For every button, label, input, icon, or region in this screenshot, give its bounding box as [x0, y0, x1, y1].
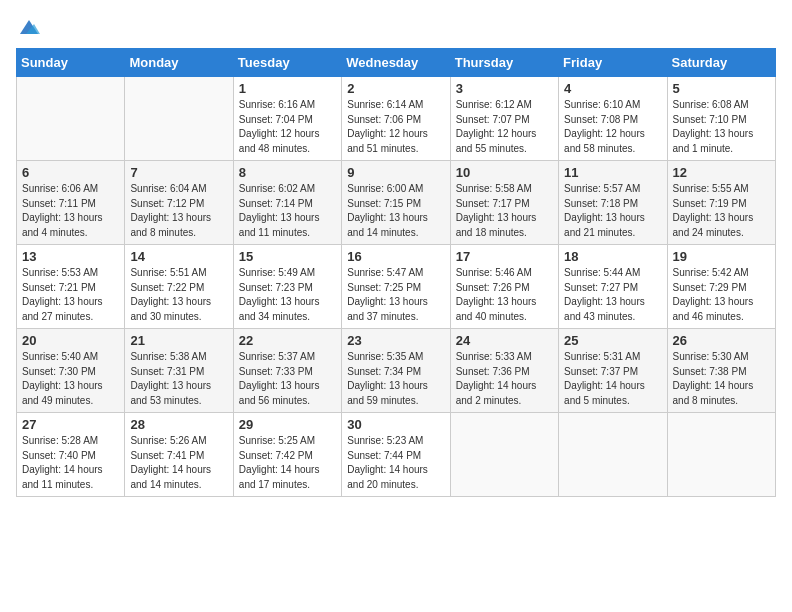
- day-info: Sunrise: 5:38 AM Sunset: 7:31 PM Dayligh…: [130, 350, 227, 408]
- calendar-cell: 18Sunrise: 5:44 AM Sunset: 7:27 PM Dayli…: [559, 245, 667, 329]
- calendar-cell: 28Sunrise: 5:26 AM Sunset: 7:41 PM Dayli…: [125, 413, 233, 497]
- day-info: Sunrise: 6:16 AM Sunset: 7:04 PM Dayligh…: [239, 98, 336, 156]
- day-number: 15: [239, 249, 336, 264]
- day-info: Sunrise: 6:12 AM Sunset: 7:07 PM Dayligh…: [456, 98, 553, 156]
- day-number: 5: [673, 81, 770, 96]
- calendar-cell: 27Sunrise: 5:28 AM Sunset: 7:40 PM Dayli…: [17, 413, 125, 497]
- calendar-cell: 1Sunrise: 6:16 AM Sunset: 7:04 PM Daylig…: [233, 77, 341, 161]
- calendar-cell: 17Sunrise: 5:46 AM Sunset: 7:26 PM Dayli…: [450, 245, 558, 329]
- day-info: Sunrise: 5:31 AM Sunset: 7:37 PM Dayligh…: [564, 350, 661, 408]
- day-number: 26: [673, 333, 770, 348]
- calendar-cell: 6Sunrise: 6:06 AM Sunset: 7:11 PM Daylig…: [17, 161, 125, 245]
- day-info: Sunrise: 5:33 AM Sunset: 7:36 PM Dayligh…: [456, 350, 553, 408]
- day-info: Sunrise: 5:23 AM Sunset: 7:44 PM Dayligh…: [347, 434, 444, 492]
- day-number: 22: [239, 333, 336, 348]
- day-number: 6: [22, 165, 119, 180]
- day-number: 28: [130, 417, 227, 432]
- day-info: Sunrise: 6:00 AM Sunset: 7:15 PM Dayligh…: [347, 182, 444, 240]
- day-number: 20: [22, 333, 119, 348]
- calendar-cell: 5Sunrise: 6:08 AM Sunset: 7:10 PM Daylig…: [667, 77, 775, 161]
- day-number: 3: [456, 81, 553, 96]
- calendar-cell: 9Sunrise: 6:00 AM Sunset: 7:15 PM Daylig…: [342, 161, 450, 245]
- calendar-cell: [17, 77, 125, 161]
- day-info: Sunrise: 5:57 AM Sunset: 7:18 PM Dayligh…: [564, 182, 661, 240]
- day-number: 17: [456, 249, 553, 264]
- day-header-monday: Monday: [125, 49, 233, 77]
- calendar-cell: 7Sunrise: 6:04 AM Sunset: 7:12 PM Daylig…: [125, 161, 233, 245]
- day-info: Sunrise: 5:47 AM Sunset: 7:25 PM Dayligh…: [347, 266, 444, 324]
- calendar-cell: 20Sunrise: 5:40 AM Sunset: 7:30 PM Dayli…: [17, 329, 125, 413]
- day-info: Sunrise: 5:51 AM Sunset: 7:22 PM Dayligh…: [130, 266, 227, 324]
- calendar-cell: 2Sunrise: 6:14 AM Sunset: 7:06 PM Daylig…: [342, 77, 450, 161]
- calendar-cell: [125, 77, 233, 161]
- day-number: 16: [347, 249, 444, 264]
- day-info: Sunrise: 5:25 AM Sunset: 7:42 PM Dayligh…: [239, 434, 336, 492]
- calendar-cell: 11Sunrise: 5:57 AM Sunset: 7:18 PM Dayli…: [559, 161, 667, 245]
- day-info: Sunrise: 5:37 AM Sunset: 7:33 PM Dayligh…: [239, 350, 336, 408]
- day-info: Sunrise: 6:04 AM Sunset: 7:12 PM Dayligh…: [130, 182, 227, 240]
- calendar-cell: 24Sunrise: 5:33 AM Sunset: 7:36 PM Dayli…: [450, 329, 558, 413]
- day-number: 11: [564, 165, 661, 180]
- day-number: 14: [130, 249, 227, 264]
- calendar-cell: [450, 413, 558, 497]
- calendar-cell: 16Sunrise: 5:47 AM Sunset: 7:25 PM Dayli…: [342, 245, 450, 329]
- calendar-table: SundayMondayTuesdayWednesdayThursdayFrid…: [16, 48, 776, 497]
- day-header-friday: Friday: [559, 49, 667, 77]
- day-info: Sunrise: 6:08 AM Sunset: 7:10 PM Dayligh…: [673, 98, 770, 156]
- day-info: Sunrise: 6:14 AM Sunset: 7:06 PM Dayligh…: [347, 98, 444, 156]
- day-number: 13: [22, 249, 119, 264]
- calendar-cell: 3Sunrise: 6:12 AM Sunset: 7:07 PM Daylig…: [450, 77, 558, 161]
- calendar-cell: 21Sunrise: 5:38 AM Sunset: 7:31 PM Dayli…: [125, 329, 233, 413]
- day-number: 8: [239, 165, 336, 180]
- day-number: 24: [456, 333, 553, 348]
- day-info: Sunrise: 5:58 AM Sunset: 7:17 PM Dayligh…: [456, 182, 553, 240]
- calendar-cell: 12Sunrise: 5:55 AM Sunset: 7:19 PM Dayli…: [667, 161, 775, 245]
- day-info: Sunrise: 6:02 AM Sunset: 7:14 PM Dayligh…: [239, 182, 336, 240]
- day-number: 12: [673, 165, 770, 180]
- day-number: 30: [347, 417, 444, 432]
- day-info: Sunrise: 5:53 AM Sunset: 7:21 PM Dayligh…: [22, 266, 119, 324]
- day-number: 1: [239, 81, 336, 96]
- day-header-tuesday: Tuesday: [233, 49, 341, 77]
- day-number: 4: [564, 81, 661, 96]
- day-number: 2: [347, 81, 444, 96]
- day-info: Sunrise: 5:30 AM Sunset: 7:38 PM Dayligh…: [673, 350, 770, 408]
- calendar-cell: 10Sunrise: 5:58 AM Sunset: 7:17 PM Dayli…: [450, 161, 558, 245]
- day-number: 18: [564, 249, 661, 264]
- day-number: 9: [347, 165, 444, 180]
- calendar-cell: 15Sunrise: 5:49 AM Sunset: 7:23 PM Dayli…: [233, 245, 341, 329]
- calendar-cell: 8Sunrise: 6:02 AM Sunset: 7:14 PM Daylig…: [233, 161, 341, 245]
- day-info: Sunrise: 5:46 AM Sunset: 7:26 PM Dayligh…: [456, 266, 553, 324]
- calendar-cell: [559, 413, 667, 497]
- day-number: 10: [456, 165, 553, 180]
- day-number: 27: [22, 417, 119, 432]
- day-number: 23: [347, 333, 444, 348]
- day-info: Sunrise: 5:26 AM Sunset: 7:41 PM Dayligh…: [130, 434, 227, 492]
- logo-icon: [18, 16, 40, 38]
- day-info: Sunrise: 5:49 AM Sunset: 7:23 PM Dayligh…: [239, 266, 336, 324]
- calendar-cell: 14Sunrise: 5:51 AM Sunset: 7:22 PM Dayli…: [125, 245, 233, 329]
- calendar-cell: 25Sunrise: 5:31 AM Sunset: 7:37 PM Dayli…: [559, 329, 667, 413]
- day-header-saturday: Saturday: [667, 49, 775, 77]
- day-info: Sunrise: 6:06 AM Sunset: 7:11 PM Dayligh…: [22, 182, 119, 240]
- calendar-cell: 13Sunrise: 5:53 AM Sunset: 7:21 PM Dayli…: [17, 245, 125, 329]
- day-info: Sunrise: 5:44 AM Sunset: 7:27 PM Dayligh…: [564, 266, 661, 324]
- calendar-cell: 19Sunrise: 5:42 AM Sunset: 7:29 PM Dayli…: [667, 245, 775, 329]
- day-header-sunday: Sunday: [17, 49, 125, 77]
- calendar-cell: 23Sunrise: 5:35 AM Sunset: 7:34 PM Dayli…: [342, 329, 450, 413]
- day-number: 21: [130, 333, 227, 348]
- calendar-cell: [667, 413, 775, 497]
- day-number: 29: [239, 417, 336, 432]
- day-info: Sunrise: 5:55 AM Sunset: 7:19 PM Dayligh…: [673, 182, 770, 240]
- day-number: 7: [130, 165, 227, 180]
- day-info: Sunrise: 5:35 AM Sunset: 7:34 PM Dayligh…: [347, 350, 444, 408]
- day-number: 19: [673, 249, 770, 264]
- logo: [16, 16, 40, 38]
- calendar-cell: 22Sunrise: 5:37 AM Sunset: 7:33 PM Dayli…: [233, 329, 341, 413]
- day-info: Sunrise: 5:42 AM Sunset: 7:29 PM Dayligh…: [673, 266, 770, 324]
- day-number: 25: [564, 333, 661, 348]
- header: [16, 16, 776, 38]
- calendar-cell: 30Sunrise: 5:23 AM Sunset: 7:44 PM Dayli…: [342, 413, 450, 497]
- day-header-thursday: Thursday: [450, 49, 558, 77]
- calendar-cell: 29Sunrise: 5:25 AM Sunset: 7:42 PM Dayli…: [233, 413, 341, 497]
